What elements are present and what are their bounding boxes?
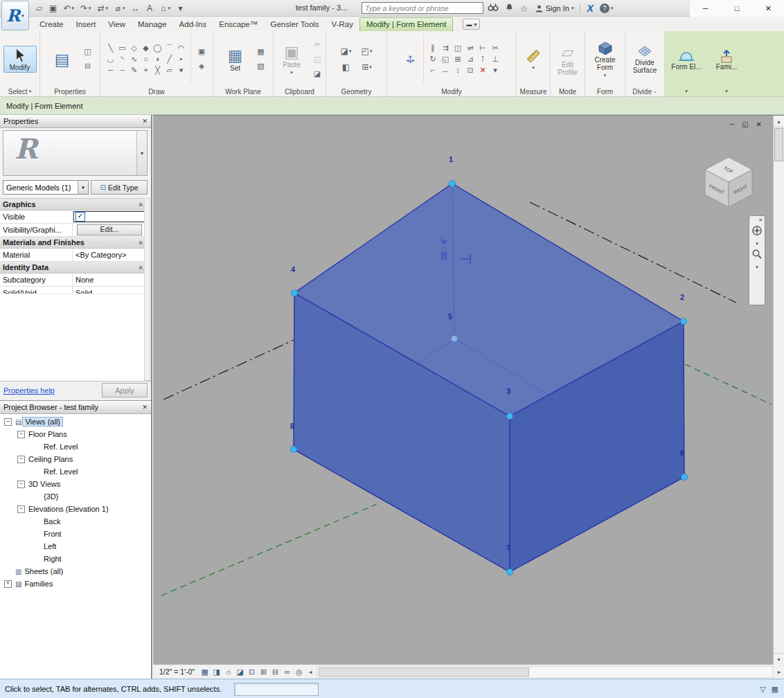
view-close-icon[interactable]: ✕ bbox=[756, 120, 762, 128]
tree-item-label[interactable]: Elevations (Elevation 1) bbox=[28, 505, 109, 513]
vertex-handle[interactable] bbox=[291, 447, 297, 453]
copy-icon[interactable]: ◱ bbox=[310, 53, 324, 66]
ribbon-tab[interactable]: Create bbox=[33, 18, 70, 31]
steering-wheel-icon[interactable] bbox=[751, 225, 763, 239]
redo-icon[interactable]: ↷▾ bbox=[78, 3, 93, 14]
vertex-handle[interactable] bbox=[507, 413, 513, 420]
tree-expander-icon[interactable]: − bbox=[17, 481, 25, 488]
form-element-button[interactable]: Form El... bbox=[669, 46, 703, 72]
mirror-pick-icon[interactable]: ⇌ bbox=[465, 42, 476, 53]
tree-item[interactable]: − 3D Views bbox=[0, 478, 151, 490]
start-end-radius-arc-tool-icon[interactable]: ⌒ bbox=[163, 42, 175, 53]
view-restore-icon[interactable]: ◱ bbox=[742, 120, 748, 128]
type-selector-dropdown-icon[interactable]: ▾ bbox=[78, 181, 88, 194]
autodesk-x-button[interactable]: X bbox=[587, 3, 593, 14]
visible-checkbox[interactable]: ✓ bbox=[75, 212, 85, 222]
text-note-icon[interactable]: A bbox=[143, 3, 155, 14]
create-form-button[interactable]: Create Form ▾ bbox=[587, 38, 623, 80]
measure-qat-icon[interactable]: ⌀▾ bbox=[112, 3, 127, 14]
favorites-star-icon[interactable]: ☆ bbox=[520, 3, 528, 14]
center-ends-arc-tool-icon[interactable]: ◠ bbox=[175, 42, 187, 53]
vertex-handle[interactable] bbox=[681, 474, 688, 481]
draw-on-face-icon[interactable]: ◈ bbox=[195, 60, 208, 73]
plane-tool-icon[interactable]: ▱ bbox=[163, 64, 175, 75]
circle-tool-icon[interactable]: ◯ bbox=[152, 42, 163, 53]
crop-view-icon[interactable]: ⊞ bbox=[258, 668, 269, 677]
spline-tool-icon[interactable]: ∿ bbox=[128, 53, 140, 64]
search-binoculars-icon[interactable] bbox=[488, 2, 499, 15]
partial-ellipse-tool-icon[interactable]: ◖ bbox=[152, 53, 163, 64]
show-work-plane-icon[interactable]: ▦ bbox=[254, 45, 268, 58]
temporary-hide-isolate-icon[interactable]: ∞ bbox=[281, 668, 293, 676]
subcategory-value[interactable]: None bbox=[73, 274, 146, 286]
properties-scrollbar[interactable] bbox=[144, 198, 150, 381]
array-icon[interactable]: ⊞ bbox=[452, 53, 464, 64]
circumscribed-polygon-tool-icon[interactable]: ◆ bbox=[140, 42, 152, 53]
line-tool-icon[interactable]: ╲ bbox=[105, 42, 116, 53]
switch-windows-icon[interactable]: ⇄▾ bbox=[95, 3, 110, 14]
move-tool-icon[interactable]: ↔ bbox=[440, 64, 452, 75]
zoom-dropdown-icon[interactable]: ▾ bbox=[756, 265, 758, 270]
zoom-icon[interactable] bbox=[751, 249, 763, 262]
tree-item[interactable]: Ref. Level bbox=[0, 465, 151, 478]
scale-icon[interactable]: ⊿ bbox=[465, 53, 476, 64]
model-scene[interactable]: 28' - 6" 1 2 3 4 5 6 bbox=[153, 116, 773, 665]
panel-label-divide[interactable]: Divide⌄ bbox=[625, 87, 664, 96]
tree-item[interactable]: − Elevations (Elevation 1) bbox=[0, 503, 151, 515]
show-rendering-dialog-icon[interactable]: ⊡ bbox=[246, 668, 258, 677]
tree-expander-icon[interactable]: − bbox=[17, 431, 25, 438]
properties-toggle-icon[interactable]: ⊟ bbox=[81, 60, 95, 73]
tree-item[interactable]: + ▨ Families bbox=[0, 578, 151, 590]
rectangle-tool-icon[interactable]: ▭ bbox=[116, 42, 128, 53]
tree-item-label[interactable]: Views (all) bbox=[22, 417, 63, 427]
cope-icon[interactable]: ⊞▾ bbox=[357, 59, 377, 75]
properties-close-icon[interactable]: ✕ bbox=[142, 118, 148, 125]
tree-item[interactable]: − ▤ Views (all) bbox=[0, 415, 151, 428]
tree-item-label[interactable]: 3D Views bbox=[28, 480, 60, 488]
ribbon-display-toggle[interactable]: ▬ ▾ bbox=[463, 19, 480, 30]
tree-item-label[interactable]: Left bbox=[44, 542, 56, 551]
modify-button[interactable]: Modify bbox=[3, 46, 37, 73]
aligned-dimension-icon[interactable]: ↔ bbox=[129, 3, 141, 14]
vertex-handle[interactable] bbox=[292, 290, 298, 296]
cross-tool-icon[interactable]: ╳ bbox=[152, 64, 163, 75]
drawing-view[interactable]: 28' - 6" 1 2 3 4 5 6 bbox=[153, 115, 784, 664]
ellipse-tool-icon[interactable]: ○ bbox=[140, 53, 152, 64]
ribbon-tab[interactable]: Enscape™ bbox=[213, 18, 264, 31]
type-selector[interactable]: Generic Models (1) ▾ bbox=[3, 180, 89, 195]
detail-level-icon[interactable]: ▦ bbox=[199, 668, 211, 677]
ribbon-tab[interactable]: View bbox=[102, 18, 132, 31]
tree-expander-icon[interactable]: − bbox=[4, 418, 12, 426]
rotate-icon[interactable]: ↻ bbox=[427, 53, 439, 64]
view-minimize-icon[interactable]: ─ bbox=[729, 120, 734, 128]
join-unjoin-icon[interactable]: ⊡ bbox=[465, 64, 476, 75]
panel-label-clipboard[interactable]: Clipboard bbox=[274, 87, 326, 96]
reference-line[interactable] bbox=[163, 340, 294, 400]
preview-dropdown-icon[interactable]: ▾ bbox=[136, 131, 147, 175]
sun-path-icon[interactable]: ☼ bbox=[222, 668, 234, 676]
load-into-project-button[interactable]: Fami... bbox=[710, 46, 743, 72]
tree-item[interactable]: − Ceiling Plans bbox=[0, 453, 151, 465]
unpin-icon[interactable]: ⊥ bbox=[490, 53, 501, 64]
edit-profile-button[interactable]: ▱ Edit Profile bbox=[551, 41, 585, 78]
tree-item[interactable]: Left bbox=[0, 540, 151, 553]
panel-label-form[interactable]: Form bbox=[585, 87, 625, 96]
dimension-value[interactable]: 28' - 6" bbox=[440, 237, 448, 260]
panel-label-measure[interactable]: Measure bbox=[517, 87, 550, 96]
select-options-icon[interactable]: ▦ bbox=[772, 685, 778, 694]
join-geometry-icon[interactable]: ◰▾ bbox=[357, 43, 377, 59]
divide-surface-button[interactable]: Divide Surface bbox=[627, 42, 663, 75]
scroll-right-icon[interactable]: ▸ bbox=[774, 669, 784, 675]
apply-button[interactable]: Apply bbox=[102, 383, 148, 397]
filter-icon[interactable]: ▽ bbox=[760, 685, 765, 694]
horizontal-scroll-thumb[interactable] bbox=[319, 668, 529, 677]
section-materials[interactable]: Materials and Finishes « bbox=[0, 237, 146, 249]
tree-item[interactable]: ▥ Sheets (all) bbox=[0, 565, 151, 578]
scroll-left-icon[interactable]: ◂ bbox=[305, 669, 315, 675]
tangent-end-arc-tool-icon[interactable]: ◡ bbox=[105, 53, 116, 64]
snap-tool-icon[interactable]: ⌖ bbox=[140, 64, 152, 75]
tree-expander-icon[interactable]: − bbox=[17, 456, 25, 463]
tree-item-label[interactable]: {3D} bbox=[44, 492, 58, 501]
point-element-tool-icon[interactable]: • bbox=[175, 53, 187, 64]
tree-item-label[interactable]: Front bbox=[44, 530, 62, 538]
